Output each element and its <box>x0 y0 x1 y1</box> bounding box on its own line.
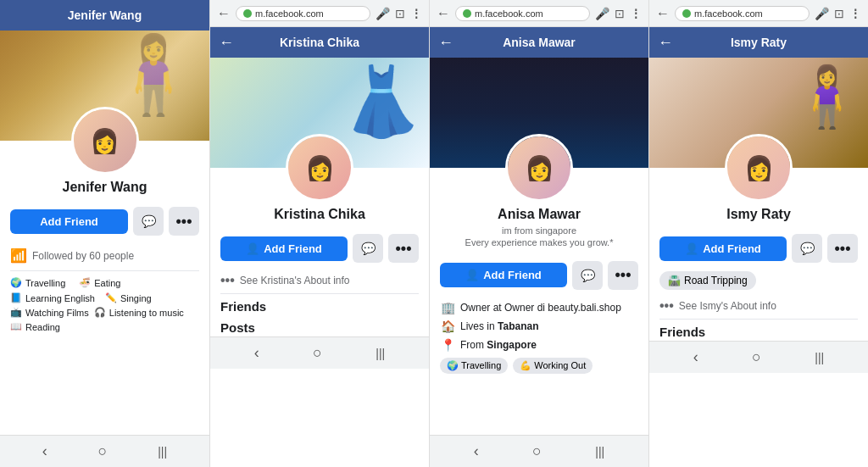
friends-header-4: Friends <box>649 320 868 341</box>
menu-icon-4[interactable]: ⋮ <box>849 7 861 20</box>
work-icon-3: 🏢 <box>440 301 455 314</box>
interest-travelling: 🌍Travelling <box>10 277 65 288</box>
interest-music: 🎧Listening to music <box>94 307 184 318</box>
url-box-4: m.facebook.com <box>675 6 810 21</box>
avatar-2: 👩 <box>286 134 353 202</box>
topbar-title-4: Ismy Raty <box>731 36 787 49</box>
browser-bar-2: ← m.facebook.com 🎤 ⊡ ⋮ <box>210 0 429 27</box>
topbar-title-2: Kristina Chika <box>280 36 359 49</box>
action-row-1: Add Friend 💬 ••• <box>0 202 209 241</box>
back-nav-4[interactable]: ‹ <box>685 348 707 366</box>
bottom-nav-1: ‹ ○ ||| <box>0 435 209 467</box>
secure-icon-2 <box>243 9 252 18</box>
messenger-button-4[interactable]: 💬 <box>792 234 822 263</box>
avatar-3: 👩 <box>505 134 573 202</box>
add-friend-button-2[interactable]: 👤 Add Friend <box>220 236 348 261</box>
profile-section-3: 👩 Anisa Mawar im from singaporeEvery exp… <box>430 168 648 256</box>
url-box-2: m.facebook.com <box>236 6 370 21</box>
tab-icon-2[interactable]: ⊡ <box>395 7 405 20</box>
info-section-3: 🏢 Owner at Owner di beauty.bali.shop 🏠 L… <box>430 295 648 435</box>
info-work-3: 🏢 Owner at Owner di beauty.bali.shop <box>440 298 638 317</box>
action-row-3: 👤 Add Friend 💬 ••• <box>430 256 648 295</box>
back-nav-1[interactable]: ‹ <box>34 442 56 460</box>
mic-icon-4: 🎤 <box>815 7 829 20</box>
followed-text-1: 📶 Followed by 60 people <box>10 244 199 267</box>
about-link-4[interactable]: ••• See Ismy's About info <box>649 293 868 319</box>
interest-reading: 📖Reading <box>10 321 60 332</box>
messenger-button-3[interactable]: 💬 <box>572 261 603 290</box>
interests-row-3: 📺Watching Films 🎧Listening to music <box>10 305 199 320</box>
action-row-2: 👤 Add Friend 💬 ••• <box>210 229 429 268</box>
info-lives-3: 🏠 Lives in Tabanan <box>440 317 638 336</box>
profile-name-3: Anisa Mawar <box>498 207 581 222</box>
menu-icon-3[interactable]: ⋮ <box>630 7 642 20</box>
more-button-4[interactable]: ••• <box>827 234 858 263</box>
browser-back-3[interactable]: ← <box>437 6 450 21</box>
interest-eating: 🍜Eating <box>79 277 120 288</box>
interests-row-4: 📖Reading <box>10 320 199 334</box>
panel-ismy-raty: ← m.facebook.com 🎤 ⊡ ⋮ ← Ismy Raty 🧍‍♀️ … <box>649 0 868 467</box>
home-nav-3[interactable]: ○ <box>524 442 550 460</box>
back-nav-2[interactable]: ‹ <box>246 344 268 362</box>
profile-name-2: Kristina Chika <box>274 207 365 222</box>
bottom-nav-3: ‹ ○ ||| <box>430 435 648 467</box>
avatar-1: 👩 <box>71 107 139 175</box>
menu-nav-2[interactable]: ||| <box>367 347 393 360</box>
browser-back-2[interactable]: ← <box>217 6 231 21</box>
home-nav-2[interactable]: ○ <box>304 344 331 362</box>
add-friend-button-3[interactable]: 👤 Add Friend <box>440 263 567 287</box>
bottom-nav-2: ‹ ○ ||| <box>210 336 429 369</box>
mic-icon-3: 🎤 <box>595 7 609 20</box>
back-arrow-4[interactable]: ← <box>658 34 673 52</box>
menu-nav-3[interactable]: ||| <box>587 445 613 459</box>
add-friend-button-4[interactable]: 👤 Add Friend <box>659 236 787 261</box>
secure-icon-3 <box>463 9 471 18</box>
browser-back-4[interactable]: ← <box>656 6 670 21</box>
menu-nav-4[interactable]: ||| <box>806 351 832 364</box>
menu-icon-2[interactable]: ⋮ <box>410 7 422 20</box>
topbar-4: ← Ismy Raty <box>649 27 868 58</box>
interest-learning: 📘Learning English <box>10 292 95 303</box>
road-icon-4: 🛣️ <box>668 275 681 286</box>
road-trip-tag-4: 🛣️ Road Tripping <box>659 271 756 290</box>
dots-icon-2: ••• <box>220 273 235 288</box>
home-nav-1[interactable]: ○ <box>90 442 116 460</box>
more-button-3[interactable]: ••• <box>608 261 638 290</box>
profile-name-1: Jenifer Wang <box>63 180 147 195</box>
home-nav-4[interactable]: ○ <box>743 348 770 366</box>
messenger-button-1[interactable]: 💬 <box>133 207 164 236</box>
messenger-button-2[interactable]: 💬 <box>353 234 383 263</box>
topbar-3: ← Anisa Mawar <box>430 27 648 58</box>
more-button-1[interactable]: ••• <box>169 207 199 236</box>
tab-icon-4[interactable]: ⊡ <box>834 7 844 20</box>
back-nav-3[interactable]: ‹ <box>465 442 487 460</box>
profile-bio-3: im from singaporeEvery experience makes … <box>465 225 614 249</box>
interest-singing: ✏️Singing <box>105 292 152 303</box>
panel-kristina-chika: ← m.facebook.com 🎤 ⊡ ⋮ ← Kristina Chika … <box>210 0 430 467</box>
action-row-4: 👤 Add Friend 💬 ••• <box>649 229 868 268</box>
browser-bar-3: ← m.facebook.com 🎤 ⊡ ⋮ <box>430 0 648 27</box>
about-link-2[interactable]: ••• See Kristina's About info <box>210 268 429 293</box>
add-friend-button-1[interactable]: Add Friend <box>10 209 128 234</box>
interest-watching: 📺Watching Films <box>10 307 89 318</box>
tab-icon-3[interactable]: ⊡ <box>615 7 625 20</box>
info-from-3: 📍 From Singapore <box>440 336 638 354</box>
tag-working-3: 💪Working Out <box>513 358 593 374</box>
profile-section-4: 👩 Ismy Raty <box>649 168 868 229</box>
info-section-1: 📶 Followed by 60 people 🌍Travelling 🍜Eat… <box>0 241 209 435</box>
more-button-2[interactable]: ••• <box>388 234 419 263</box>
topbar-2: ← Kristina Chika <box>210 27 429 58</box>
panel-jenifer-wang: Jenifer Wang 🧍‍♀️ 👩 Jenifer Wang Add Fri… <box>0 0 210 467</box>
panel-anisa-mawar: ← m.facebook.com 🎤 ⊡ ⋮ ← Anisa Mawar 👩 A… <box>430 0 649 467</box>
profile-name-4: Ismy Raty <box>726 207 791 222</box>
topbar-title-3: Anisa Mawar <box>503 36 576 49</box>
secure-icon-4 <box>682 9 691 18</box>
bottom-nav-4: ‹ ○ ||| <box>649 341 868 373</box>
location-icon-3: 📍 <box>440 338 455 352</box>
posts-header-2: Posts <box>210 315 429 336</box>
interests-row-2: 📘Learning English ✏️Singing <box>10 291 199 305</box>
back-arrow-3[interactable]: ← <box>438 34 453 52</box>
tag-travelling-3: 🌍Travelling <box>440 358 508 374</box>
menu-nav-1[interactable]: ||| <box>149 445 175 459</box>
back-arrow-2[interactable]: ← <box>219 34 234 52</box>
